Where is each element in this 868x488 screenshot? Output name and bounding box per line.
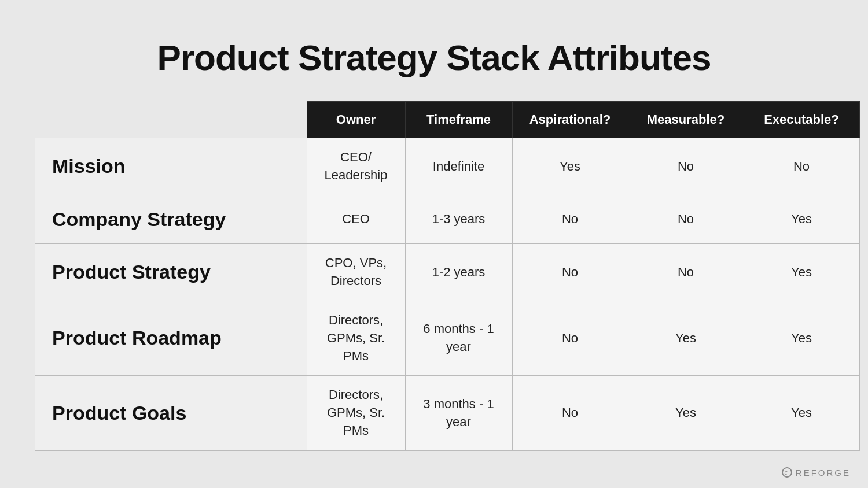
row-executable: Yes (744, 195, 859, 244)
row-timeframe: 1-2 years (405, 244, 512, 301)
row-measurable: No (628, 195, 744, 244)
row-label: Product Goals (35, 376, 307, 450)
row-label: Mission (35, 138, 307, 195)
row-label: Product Roadmap (35, 301, 307, 376)
main-table: Owner Timeframe Aspirational? Measurable… (35, 101, 860, 451)
table-row: MissionCEO/ LeadershipIndefiniteYesNoNo (35, 138, 859, 195)
row-label: Product Strategy (35, 244, 307, 301)
table-row: Product RoadmapDirectors, GPMs, Sr. PMs6… (35, 301, 859, 376)
row-aspirational: No (512, 244, 628, 301)
row-timeframe: 6 months - 1 year (405, 301, 512, 376)
row-executable: Yes (744, 244, 859, 301)
page-title: Product Strategy Stack Attributes (157, 37, 711, 78)
header-owner: Owner (307, 102, 405, 138)
row-timeframe: Indefinite (405, 138, 512, 195)
row-owner: CEO (307, 195, 405, 244)
row-aspirational: No (512, 301, 628, 376)
row-measurable: Yes (628, 301, 744, 376)
watermark: c REFORGE (782, 467, 851, 478)
table-wrapper: Owner Timeframe Aspirational? Measurable… (35, 101, 833, 451)
row-measurable: No (628, 244, 744, 301)
copyright-icon: c (782, 467, 792, 478)
row-owner: CPO, VPs, Directors (307, 244, 405, 301)
row-executable: Yes (744, 301, 859, 376)
row-timeframe: 3 months - 1 year (405, 376, 512, 450)
header-executable: Executable? (744, 102, 859, 138)
table-row: Product StrategyCPO, VPs, Directors1-2 y… (35, 244, 859, 301)
watermark-text: REFORGE (796, 468, 851, 478)
row-label: Company Strategy (35, 195, 307, 244)
header-empty (35, 102, 307, 138)
table-row: Product GoalsDirectors, GPMs, Sr. PMs3 m… (35, 376, 859, 450)
row-aspirational: No (512, 376, 628, 450)
row-aspirational: No (512, 195, 628, 244)
header-aspirational: Aspirational? (512, 102, 628, 138)
row-executable: Yes (744, 376, 859, 450)
row-executable: No (744, 138, 859, 195)
row-owner: Directors, GPMs, Sr. PMs (307, 301, 405, 376)
table-row: Company StrategyCEO1-3 yearsNoNoYes (35, 195, 859, 244)
header-measurable: Measurable? (628, 102, 744, 138)
row-measurable: Yes (628, 376, 744, 450)
row-owner: CEO/ Leadership (307, 138, 405, 195)
row-aspirational: Yes (512, 138, 628, 195)
row-owner: Directors, GPMs, Sr. PMs (307, 376, 405, 450)
row-measurable: No (628, 138, 744, 195)
row-timeframe: 1-3 years (405, 195, 512, 244)
header-timeframe: Timeframe (405, 102, 512, 138)
